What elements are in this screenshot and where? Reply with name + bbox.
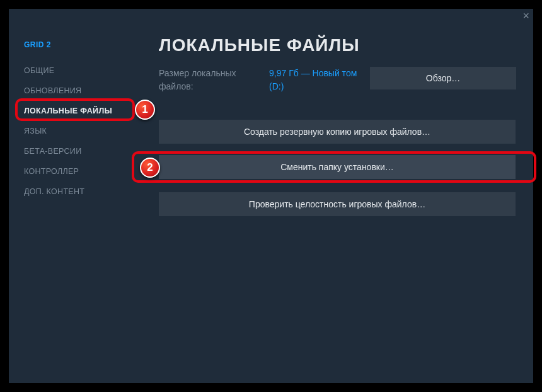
sidebar-item-controller[interactable]: КОНТРОЛЛЕР [9,161,138,182]
verify-files-button[interactable]: Проверить целостность игровых файлов… [159,192,516,216]
browse-button[interactable]: Обзор… [370,67,516,89]
sidebar-item-language[interactable]: ЯЗЫК [9,121,138,141]
size-info-row: Размер локальных файлов: 9,97 Гб — Новый… [159,67,521,93]
sidebar-item-dlc[interactable]: ДОП. КОНТЕНТ [9,182,138,202]
sidebar-item-general[interactable]: ОБЩИЕ [9,61,138,81]
page-title: ЛОКАЛЬНЫЕ ФАЙЛЫ [159,35,521,55]
sidebar: GRID 2 ОБЩИЕ ОБНОВЛЕНИЯ ЛОКАЛЬНЫЕ ФАЙЛЫ … [9,33,138,202]
annotation-badge-1: 1 [135,100,155,120]
size-value: 9,97 Гб — Новый том (D:) [269,67,370,93]
sidebar-item-updates[interactable]: ОБНОВЛЕНИЯ [9,81,138,101]
size-label: Размер локальных файлов: [159,67,269,93]
content-pane: ЛОКАЛЬНЫЕ ФАЙЛЫ Размер локальных файлов:… [159,35,521,228]
properties-window: × GRID 2 ОБЩИЕ ОБНОВЛЕНИЯ ЛОКАЛЬНЫЕ ФАЙЛ… [9,9,533,383]
annotation-badge-2: 2 [140,158,160,178]
game-title: GRID 2 [9,33,138,61]
sidebar-item-betas[interactable]: БЕТА-ВЕРСИИ [9,141,138,161]
sidebar-item-local-files[interactable]: ЛОКАЛЬНЫЕ ФАЙЛЫ [9,101,138,121]
move-install-folder-button[interactable]: Сменить папку установки… [159,155,516,179]
close-icon[interactable]: × [522,10,529,21]
backup-button[interactable]: Создать резервную копию игровых файлов… [159,120,516,144]
